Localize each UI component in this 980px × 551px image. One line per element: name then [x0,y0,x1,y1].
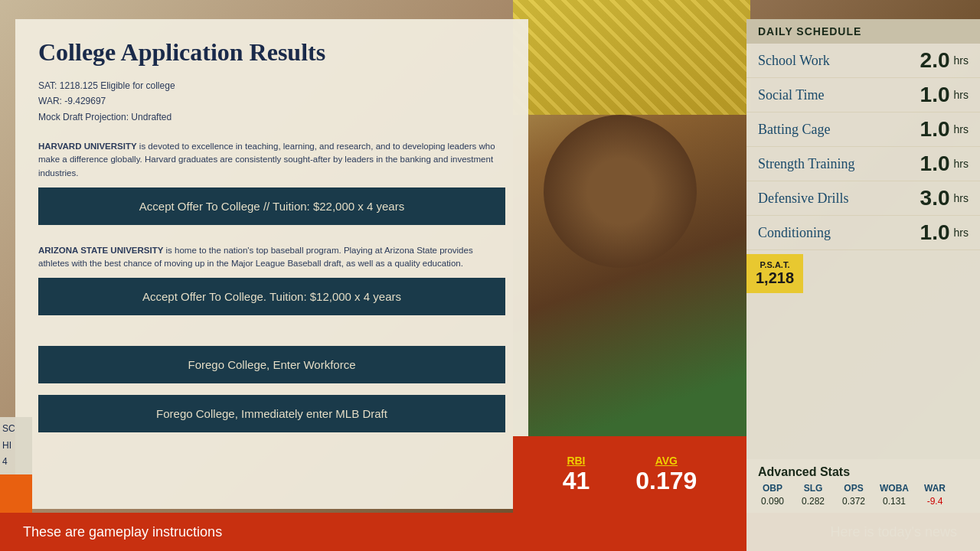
avg-label: AVG [635,455,697,467]
school-work-label: School Work [758,53,920,69]
strength-training-hours: 1.0 [920,152,950,176]
conditioning-label: Conditioning [758,225,920,241]
avg-value: 0.179 [635,467,697,495]
obp-header: OBP [758,483,787,494]
player-stats: SAT: 1218.125 Eligible for college WAR: … [38,78,505,125]
hi-label: HI [2,438,30,455]
asu-description: ARIZONA STATE UNIVERSITY is home to the … [38,244,505,271]
social-time-hours: 1.0 [920,83,950,107]
batting-cage-hours: 1.0 [920,117,950,142]
advanced-stats-title: Advanced Stats [758,465,969,479]
psat-box: P.S.A.T. 1,218 [746,254,803,293]
slg-value: 0.282 [799,496,828,507]
war-stat: WAR: -9.429697 [38,93,505,109]
rbi-column: RBI 41 [563,455,590,495]
psat-section: P.S.A.T. 1,218 [746,254,980,293]
obp-value: 0.090 [758,496,787,507]
draft-stat: Mock Draft Projection: Undrafted [38,109,505,125]
slg-header: SLG [799,483,828,494]
school-work-hrs: hrs [954,54,969,67]
ops-value: 0.372 [839,496,868,507]
asu-name: ARIZONA STATE UNIVERSITY [38,246,163,255]
defensive-drills-label: Defensive Drills [758,191,920,207]
batting-cage-hrs: hrs [954,123,969,135]
harvard-section: HARVARD UNIVERSITY is devoted to excelle… [38,140,505,233]
schedule-item-batting-cage: Batting Cage 1.0 hrs [746,112,980,147]
woba-value: 0.131 [880,496,909,507]
harvard-accept-button[interactable]: Accept Offer To College // Tuition: $22,… [38,187,505,225]
war-value: -9.4 [920,496,949,507]
schedule-item-social-time: Social Time 1.0 hrs [746,78,980,112]
schedule-item-school-work: School Work 2.0 hrs [746,44,980,78]
defensive-drills-hrs: hrs [954,192,969,204]
advanced-stats-panel: Advanced Stats OBP SLG OPS WOBA WAR 0.09… [746,459,980,513]
defensive-drills-hours: 3.0 [920,186,950,210]
batting-cage-label: Batting Cage [758,122,920,138]
sc-label: SC [2,421,30,438]
schedule-item-strength-training: Strength Training 1.0 hrs [746,147,980,181]
bottom-stats-bar: RBI 41 AVG 0.179 [513,436,746,513]
school-work-hours: 2.0 [920,48,950,73]
application-title: College Application Results [38,38,505,67]
daily-schedule-header: DAILY SCHEDULE [746,19,980,44]
war-header: WAR [920,483,949,494]
other-options-section: Forego College, Enter Workforce Forego C… [38,346,505,440]
schedule-item-defensive-drills: Defensive Drills 3.0 hrs [746,181,980,216]
arizona-state-section: ARIZONA STATE UNIVERSITY is home to the … [38,244,505,324]
harvard-description: HARVARD UNIVERSITY is devoted to excelle… [38,140,505,180]
ops-header: OPS [839,483,868,494]
social-time-label: Social Time [758,87,920,103]
woba-header: WOBA [880,483,909,494]
forego-workforce-button[interactable]: Forego College, Enter Workforce [38,346,505,383]
sat-stat: SAT: 1218.125 Eligible for college [38,78,505,93]
sc-number: 4 [2,454,30,471]
avg-column: AVG 0.179 [635,455,697,495]
conditioning-hours: 1.0 [920,220,950,245]
rbi-label: RBI [563,455,590,467]
social-time-hrs: hrs [954,89,969,101]
strength-training-hrs: hrs [954,158,969,170]
forego-mlb-button[interactable]: Forego College, Immediately enter MLB Dr… [38,395,505,432]
advanced-stats-headers: OBP SLG OPS WOBA WAR [758,483,969,494]
strength-training-label: Strength Training [758,156,920,172]
scorecard-partial: SC HI 4 [0,417,32,474]
conditioning-hrs: hrs [954,227,969,239]
asu-accept-button[interactable]: Accept Offer To College. Tuition: $12,00… [38,278,505,315]
psat-label: P.S.A.T. [756,260,794,269]
college-application-panel: College Application Results SAT: 1218.12… [15,19,528,509]
psat-value: 1,218 [756,269,794,287]
schedule-item-conditioning: Conditioning 1.0 hrs [746,216,980,250]
orange-partial-left [0,474,32,513]
advanced-stats-values: 0.090 0.282 0.372 0.131 -9.4 [758,496,969,507]
harvard-name: HARVARD UNIVERSITY [38,142,137,151]
rbi-value: 41 [563,467,590,495]
